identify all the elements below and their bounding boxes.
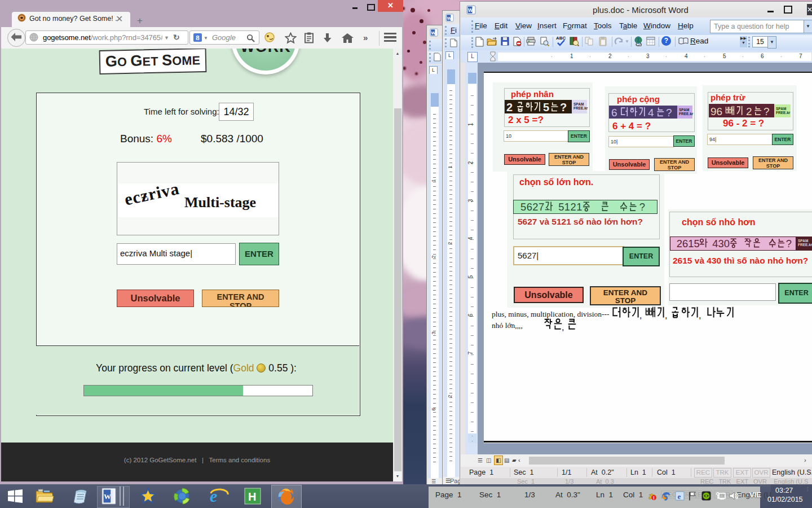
svg-text:,: , <box>699 310 701 320</box>
svg-text:2: 2 <box>506 101 513 113</box>
svg-text:?: ? <box>764 106 770 117</box>
svg-text:?: ? <box>666 107 672 119</box>
svg-text:5627: 5627 <box>520 201 545 213</box>
svg-text:?: ? <box>639 201 645 213</box>
svg-text:430: 430 <box>712 238 730 249</box>
svg-text:2615: 2615 <box>677 238 700 249</box>
svg-text:6: 6 <box>611 107 617 119</box>
svg-text:,: , <box>665 310 667 320</box>
svg-text:4: 4 <box>648 107 654 119</box>
svg-text:?: ? <box>560 101 567 113</box>
svg-text:W: W <box>104 492 111 501</box>
svg-text:W: W <box>431 30 436 36</box>
svg-text:W: W <box>447 16 452 21</box>
svg-text:?: ? <box>786 238 792 249</box>
svg-text:5121: 5121 <box>558 201 582 213</box>
svg-text:H: H <box>248 491 256 503</box>
svg-text:2: 2 <box>746 106 752 117</box>
svg-text:,: , <box>639 310 642 320</box>
svg-text:e: e <box>678 492 681 501</box>
svg-text:96: 96 <box>710 106 722 117</box>
svg-text:5: 5 <box>543 101 549 113</box>
svg-text:!: ! <box>653 495 655 501</box>
svg-text:,: , <box>562 322 564 332</box>
svg-text:W: W <box>468 7 473 13</box>
